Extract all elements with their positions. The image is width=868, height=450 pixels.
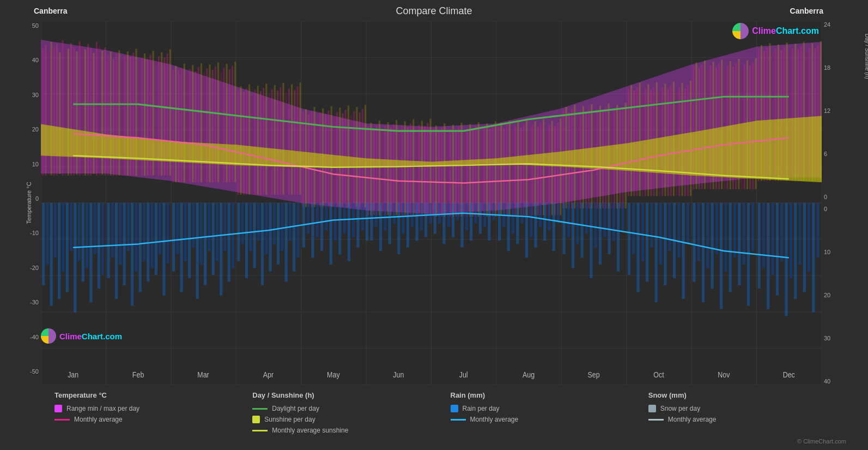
svg-rect-356 <box>261 203 264 285</box>
svg-rect-330 <box>155 203 157 275</box>
svg-rect-154 <box>404 121 406 215</box>
legend-line-temp-avg <box>54 419 70 421</box>
y-tick-20: 20 <box>32 126 39 133</box>
svg-rect-451 <box>693 203 695 282</box>
svg-rect-438 <box>632 203 635 254</box>
svg-rect-171 <box>452 125 454 217</box>
legend-item-sunshine-avg: Monthly average sunshine <box>252 427 450 434</box>
svg-rect-27 <box>45 45 46 176</box>
legend-line-sunshine-avg <box>252 430 268 431</box>
svg-rect-429 <box>590 203 592 278</box>
svg-rect-334 <box>172 203 175 272</box>
svg-rect-84 <box>206 69 208 183</box>
svg-rect-97 <box>243 92 245 194</box>
svg-rect-335 <box>176 203 179 254</box>
svg-rect-134 <box>348 106 349 207</box>
svg-rect-80 <box>195 71 196 183</box>
y-tick-right-24: 24 <box>824 21 857 28</box>
svg-rect-342 <box>204 203 207 285</box>
svg-rect-461 <box>738 203 740 285</box>
svg-rect-324 <box>131 203 133 305</box>
svg-rect-359 <box>273 203 276 244</box>
y-axis-left-label: Temperature °C <box>26 182 32 224</box>
legend-label-sunshine-avg: Monthly average sunshine <box>272 427 348 434</box>
y-tick-30: 30 <box>32 92 39 98</box>
y-tick-right-6: 6 <box>824 151 857 157</box>
svg-rect-147 <box>384 126 386 215</box>
legend-col-snow: Snow (mm) Snow per day Monthly average <box>648 391 846 434</box>
svg-rect-103 <box>260 91 262 195</box>
svg-rect-460 <box>733 203 736 258</box>
legend-title-temperature: Temperature °C <box>54 391 252 399</box>
svg-rect-344 <box>212 203 215 275</box>
legend-line-snow-avg <box>648 419 664 421</box>
svg-rect-105 <box>265 83 267 195</box>
svg-rect-205 <box>548 125 550 215</box>
svg-rect-415 <box>525 203 528 258</box>
svg-rect-474 <box>798 203 801 265</box>
svg-rect-190 <box>506 125 508 215</box>
svg-rect-313 <box>86 203 88 268</box>
legend-label-snow: Snow per day <box>660 405 700 412</box>
y-tick-n50: -50 <box>30 368 39 375</box>
svg-rect-304 <box>50 203 53 305</box>
svg-rect-383 <box>379 203 382 251</box>
svg-rect-454 <box>706 203 709 268</box>
svg-rect-473 <box>794 203 797 299</box>
svg-rect-152 <box>398 130 400 215</box>
svg-rect-175 <box>464 133 465 217</box>
svg-rect-379 <box>361 203 364 230</box>
svg-rect-371 <box>325 203 327 230</box>
svg-rect-327 <box>143 203 145 261</box>
legend-title-snow: Snow (mm) <box>648 391 846 399</box>
svg-rect-343 <box>208 203 210 251</box>
svg-rect-449 <box>682 203 685 299</box>
svg-rect-187 <box>497 126 499 215</box>
svg-rect-114 <box>291 85 293 195</box>
svg-rect-308 <box>66 203 69 292</box>
legend-box-temp-range <box>54 405 62 412</box>
svg-rect-168 <box>444 123 445 217</box>
svg-rect-381 <box>370 203 373 241</box>
svg-rect-329 <box>150 203 153 268</box>
svg-text:Jun: Jun <box>393 370 404 379</box>
legend-item-sunshine-per-day: Sunshine per day <box>252 416 450 423</box>
svg-rect-403 <box>470 203 472 241</box>
svg-rect-370 <box>320 203 323 251</box>
svg-rect-162 <box>427 123 428 215</box>
legend-col-sunshine: Day / Sunshine (h) Daylight per day Suns… <box>252 391 450 434</box>
svg-rect-412 <box>512 203 514 234</box>
svg-text:Aug: Aug <box>523 370 535 379</box>
svg-rect-411 <box>507 203 510 251</box>
svg-rect-462 <box>743 203 745 265</box>
svg-rect-204 <box>545 129 547 215</box>
svg-rect-28 <box>47 50 49 175</box>
svg-rect-325 <box>135 203 137 272</box>
svg-rect-167 <box>441 128 442 217</box>
svg-rect-468 <box>772 203 774 275</box>
svg-rect-115 <box>294 90 295 195</box>
svg-text:Nov: Nov <box>718 370 730 379</box>
svg-rect-234 <box>630 85 632 196</box>
svg-rect-89 <box>220 72 222 182</box>
svg-rect-441 <box>646 203 648 282</box>
svg-rect-426 <box>576 203 579 244</box>
svg-rect-389 <box>406 203 409 248</box>
svg-rect-374 <box>338 203 341 254</box>
svg-rect-200 <box>534 121 536 215</box>
svg-text:Oct: Oct <box>653 370 664 379</box>
svg-rect-333 <box>167 203 169 263</box>
svg-rect-320 <box>115 203 118 299</box>
svg-rect-312 <box>82 203 84 282</box>
svg-rect-90 <box>223 68 224 182</box>
svg-rect-466 <box>762 203 765 268</box>
svg-rect-445 <box>664 203 666 285</box>
svg-rect-30 <box>53 47 55 176</box>
svg-rect-76 <box>184 64 185 182</box>
svg-rect-439 <box>636 203 639 292</box>
svg-text:Mar: Mar <box>197 370 209 379</box>
y-axis-left: Temperature °C 50 40 30 20 10 0 -10 -20 … <box>11 21 41 385</box>
svg-rect-442 <box>650 203 653 248</box>
svg-rect-346 <box>220 203 222 296</box>
y-axis-right-sunshine-label: Day / Sunshine (h) <box>864 34 868 79</box>
